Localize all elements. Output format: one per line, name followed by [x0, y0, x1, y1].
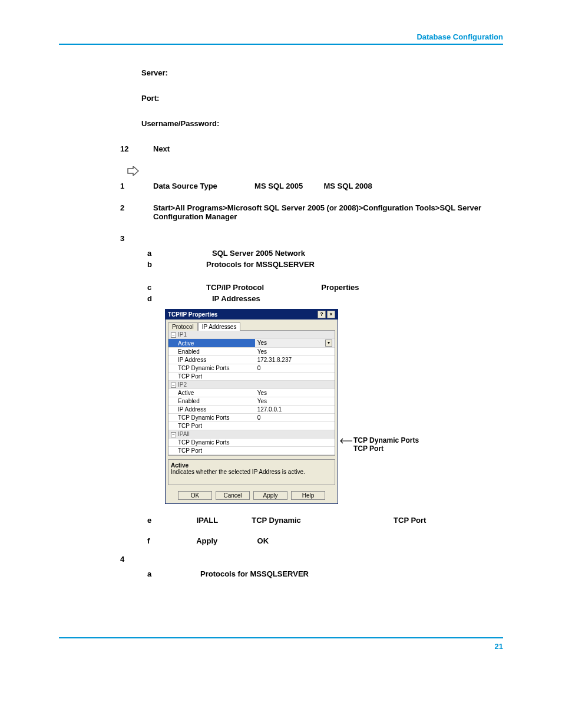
label-port: Port:: [141, 94, 491, 103]
header-rule: [59, 44, 503, 45]
step-3-num: 3: [120, 234, 141, 243]
chevron-down-icon[interactable]: ▾: [325, 340, 332, 347]
sub-f-letter: f: [147, 536, 189, 545]
ok-button[interactable]: OK: [178, 491, 212, 500]
step-12-text: Next: [141, 144, 491, 153]
sub-e-text2: TCP Dynamic: [252, 516, 301, 525]
sub-c-letter: c: [147, 283, 189, 292]
description-box: Active Indicates whether the selected IP…: [168, 459, 335, 485]
tab-protocol[interactable]: Protocol: [168, 322, 198, 331]
step-1-num: 1: [120, 182, 141, 190]
properties-grid: −IP1 ActiveYes▾ EnabledYes IP Address172…: [168, 331, 335, 455]
sub-b-text: Protocols for MSSQLSERVER: [189, 260, 491, 269]
step-2-num: 2: [120, 203, 141, 221]
sub-f-text1: Apply: [196, 536, 217, 545]
step-1-b: MS SQL 2005: [254, 182, 303, 190]
cancel-button[interactable]: Cancel: [216, 491, 250, 500]
collapse-icon[interactable]: −: [171, 383, 176, 388]
sub-e-letter: e: [147, 516, 189, 525]
apply-button[interactable]: Apply: [253, 491, 287, 500]
tab-ip-addresses[interactable]: IP Addresses: [198, 322, 241, 331]
sub-e-text1: IPALL: [197, 516, 218, 525]
tcpip-properties-dialog: TCP/IP Properties ? × Protocol IP Addres…: [165, 309, 338, 504]
sub-d-letter: d: [147, 294, 189, 303]
close-icon[interactable]: ×: [327, 311, 335, 318]
step-4-num: 4: [120, 555, 141, 564]
sub-4a-text: Protocols for MSSQLSERVER: [189, 569, 491, 578]
pointer-left-icon: [337, 437, 352, 446]
footer-rule: [59, 637, 503, 638]
dialog-title: TCP/IP Properties: [168, 311, 217, 318]
step-1-a: Data Source Type: [153, 182, 217, 190]
step-12-num: 12: [120, 144, 141, 153]
sub-c-text1: TCP/IP Protocol: [206, 283, 264, 292]
collapse-icon[interactable]: −: [171, 432, 176, 437]
step-2-text: Start>All Programs>Microsoft SQL Server …: [141, 203, 491, 221]
step-1-c: MS SQL 2008: [324, 182, 372, 190]
header-section-link: Database Configuration: [59, 32, 503, 41]
help-button[interactable]: Help: [291, 491, 325, 500]
sub-d-text: IP Addresses: [189, 294, 491, 303]
sub-e-text3: TCP Port: [394, 516, 426, 525]
label-userpass: Username/Password:: [141, 119, 491, 128]
arrow-right-icon: [127, 166, 491, 176]
sub-b-letter: b: [147, 260, 189, 269]
collapse-icon[interactable]: −: [171, 332, 176, 338]
sub-a-letter: a: [147, 249, 189, 258]
sub-4a-letter: a: [147, 569, 189, 578]
page-number: 21: [59, 642, 503, 651]
callout-line2: TCP Port: [353, 444, 419, 453]
callout-line1: TCP Dynamic Ports: [353, 436, 419, 444]
sub-a-text: SQL Server 2005 Network: [189, 249, 491, 258]
sub-f-text2: OK: [257, 536, 269, 545]
label-server: Server:: [141, 68, 491, 77]
help-icon[interactable]: ?: [318, 311, 326, 318]
sub-c-text2: Properties: [321, 283, 359, 292]
